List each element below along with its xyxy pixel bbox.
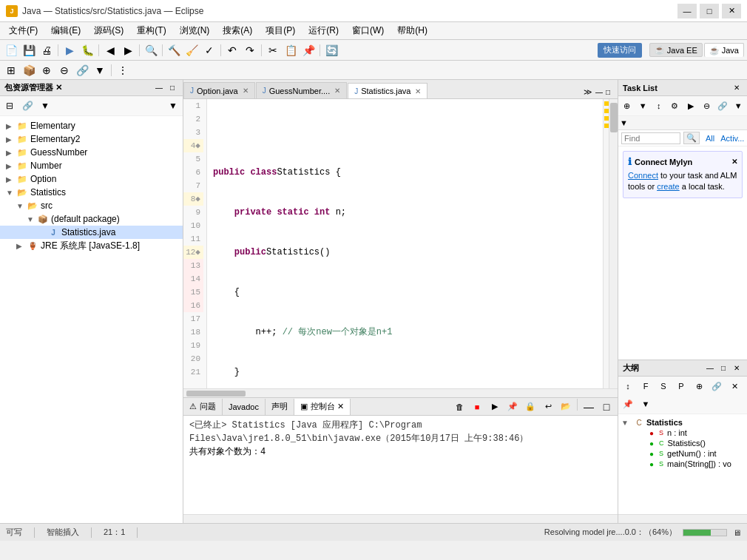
filter-button[interactable]: ▼ [92, 62, 108, 78]
view-menu-button[interactable]: ▼ [165, 98, 181, 114]
scroll-lock-button[interactable]: 🔒 [522, 399, 538, 415]
debug-button[interactable]: 🐛 [79, 42, 95, 58]
outline-minimize-button[interactable]: — [704, 363, 716, 374]
expand-arrow-elementary2[interactable]: ▶ [6, 135, 16, 144]
hierarchy-button[interactable]: ⊞ [3, 62, 19, 78]
expand-arrow-option[interactable]: ▶ [6, 175, 16, 183]
search-button[interactable]: 🔍 [143, 42, 159, 58]
maximize-panel-button[interactable]: □ [166, 83, 178, 93]
open-tasks[interactable]: ✓ [201, 42, 217, 58]
close-tab-option[interactable]: ✕ [243, 87, 249, 95]
tree-item-jre[interactable]: ▶ 🏺 JRE 系统库 [JavaSE-1.8] [0, 239, 183, 253]
clean-button[interactable]: 🧹 [183, 42, 200, 58]
task-filter-button[interactable]: ▼ [636, 98, 651, 114]
task-list-close-button[interactable]: ✕ [731, 83, 743, 93]
task-sort-button[interactable]: ↕ [652, 98, 666, 114]
code-text[interactable]: public class Statistics { private static… [207, 99, 603, 388]
tab-statistics-java[interactable]: J Statistics.java ✕ [348, 83, 427, 99]
link-editor-button[interactable]: 🔗 [19, 98, 36, 114]
sync-button[interactable]: 🔄 [323, 42, 339, 58]
minimize-button[interactable]: — [677, 4, 697, 18]
print-button[interactable]: 🖨 [38, 42, 55, 58]
menu-edit[interactable]: 编辑(E) [45, 23, 87, 38]
outline-pin-button[interactable]: 📌 [620, 396, 636, 412]
tab-problems[interactable]: ⚠ 问题 [183, 399, 223, 415]
h-scrollbar-thumb[interactable] [186, 391, 246, 397]
cut-button[interactable]: ✂ [265, 42, 281, 58]
menu-search[interactable]: 搜索(A) [217, 23, 258, 38]
outline-item-n[interactable]: ● S n : int [621, 428, 744, 438]
expand-arrow-elementary[interactable]: ▶ [6, 122, 16, 130]
copy-button[interactable]: 📋 [283, 42, 299, 58]
expand-arrow-statistics[interactable]: ▼ [6, 189, 16, 197]
expand-arrow-guessnumber[interactable]: ▶ [6, 149, 16, 157]
console-scrollbar[interactable] [183, 514, 618, 523]
perspective-java[interactable]: ☕ Java [704, 43, 744, 57]
minimize-panel-button[interactable]: — [153, 83, 165, 93]
close-tab-statistics[interactable]: ✕ [415, 87, 421, 95]
outline-maximize-button[interactable]: □ [717, 363, 729, 374]
quick-access-button[interactable]: 快速访问 [598, 43, 642, 58]
word-wrap-button[interactable]: ↩ [540, 399, 556, 415]
close-tab-guessnumber[interactable]: ✕ [334, 87, 340, 95]
outline-item-main[interactable]: ● S main(String[]) : vo [621, 459, 744, 469]
task-forward-button[interactable]: ▶ [683, 98, 698, 114]
outline-hide-static-button[interactable]: S [655, 378, 672, 394]
task-collapse-button[interactable]: ⊖ [700, 98, 714, 114]
outline-scrollbar[interactable] [618, 514, 747, 523]
relaunch-button[interactable]: ▶ [487, 399, 503, 415]
menu-navigate[interactable]: 浏览(N) [174, 23, 216, 38]
paste-button[interactable]: 📌 [300, 42, 317, 58]
tree-item-elementary[interactable]: ▶ 📁 Elementary [0, 119, 183, 132]
mylyn-close-button[interactable]: ✕ [731, 158, 737, 166]
outline-sort-button[interactable]: ↕ [620, 378, 636, 394]
save-button[interactable]: 💾 [21, 42, 37, 58]
link-button[interactable]: 🔗 [74, 62, 90, 78]
outline-item-constructor[interactable]: ● C Statistics() [621, 438, 744, 448]
outline-arrow-statistics[interactable]: ▼ [621, 419, 632, 427]
perspective-javaee[interactable]: ☕ Java EE [649, 43, 703, 57]
expand-button[interactable]: ⊕ [38, 62, 55, 78]
expand-arrow-src[interactable]: ▼ [16, 202, 27, 210]
tab-javadoc[interactable]: Javadoc [223, 399, 266, 415]
tree-item-default-package[interactable]: ▼ 📦 (default package) [0, 212, 183, 226]
task-settings-button[interactable]: ⚙ [668, 98, 683, 114]
tree-item-guessnumber[interactable]: ▶ 📁 GuessNumber [0, 146, 183, 159]
tree-item-number[interactable]: ▶ 📁 Number [0, 159, 183, 172]
stop-button[interactable]: ■ [469, 399, 485, 415]
menu-source[interactable]: 源码(S) [88, 23, 129, 38]
collapse-all-button[interactable]: ⊟ [1, 98, 18, 114]
close-button[interactable]: ✕ [722, 4, 741, 18]
task-expand-icon[interactable]: ▼ [620, 118, 628, 127]
task-find-input[interactable] [621, 132, 680, 144]
menu-help[interactable]: 帮助(H) [391, 23, 433, 38]
minimize-editor-button[interactable]: — [595, 87, 603, 97]
menu-project[interactable]: 项目(P) [260, 23, 301, 38]
menu-file[interactable]: 文件(F) [3, 23, 44, 38]
clear-console-button[interactable]: 🗑 [451, 399, 467, 415]
next-button[interactable]: ▶ [120, 42, 136, 58]
build-button[interactable]: 🔨 [166, 42, 182, 58]
outline-item-statistics-class[interactable]: ▼ C Statistics [621, 417, 744, 428]
outline-hide-fields-button[interactable]: F [638, 378, 654, 394]
more-button[interactable]: ⋮ [115, 62, 131, 78]
tab-option-java[interactable]: J Option.java ✕ [183, 82, 255, 98]
editor-vertical-scrollbar[interactable] [609, 99, 618, 388]
open-file-button[interactable]: 📂 [558, 399, 574, 415]
scrollbar-thumb[interactable] [610, 103, 618, 132]
tab-chevron-icon[interactable]: ≫ [584, 87, 592, 97]
tab-declaration[interactable]: 声明 [266, 399, 294, 415]
new-button[interactable]: 📄 [3, 42, 19, 58]
undo-button[interactable]: ↶ [224, 42, 240, 58]
tree-item-statistics[interactable]: ▼ 📂 Statistics [0, 186, 183, 199]
code-editor[interactable]: 1 2 3 4◆ 5 6 7 8◆ 9 10 11 12◆ 13 14 15 1… [183, 99, 618, 388]
outline-close-button2[interactable]: ✕ [726, 378, 743, 394]
redo-button[interactable]: ↷ [242, 42, 258, 58]
pin-button[interactable]: 📌 [504, 399, 521, 415]
tree-item-statistics-java[interactable]: J Statistics.java [0, 226, 183, 239]
package-explorer-button[interactable]: 📦 [21, 62, 37, 78]
maximize-console-button[interactable]: □ [598, 399, 615, 415]
tree-item-elementary2[interactable]: ▶ 📁 Elementary2 [0, 132, 183, 146]
outline-item-getnum[interactable]: ● S getNum() : int [621, 448, 744, 459]
task-find-button[interactable]: 🔍 [683, 132, 700, 144]
